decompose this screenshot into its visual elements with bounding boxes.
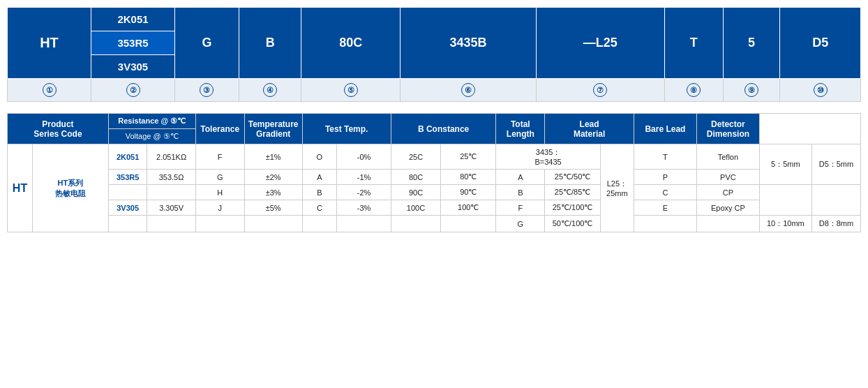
detector-d8-b: D8：8mm [811, 216, 860, 232]
header-detector-dimension: Detector Dimension [696, 114, 759, 144]
series-code-1: 2K051 [91, 8, 174, 31]
b-code-f: F [496, 200, 545, 216]
detector-d5: D5：5mm [811, 144, 860, 185]
lead-code-e: E [634, 200, 696, 216]
header-product-series-code: Product Series Code [8, 114, 109, 144]
table-row: H ±3% B -2% 90C 90℃ B 25℃/85℃ C CP [8, 185, 861, 200]
b-val-a: 25℃/50℃ [545, 170, 600, 185]
bare-lead-10mm [759, 185, 811, 216]
tg-val-0: -0% [337, 144, 391, 170]
code-row5 [108, 216, 147, 232]
ht-row-label: HT [8, 144, 33, 232]
header-b-constance: B Constance [391, 114, 495, 144]
num-6: ⑥ [401, 79, 537, 102]
code-2k051: 2K051 [108, 144, 147, 170]
b-code-a: A [496, 170, 545, 185]
num-1: ① [8, 79, 91, 102]
num-9: ⑨ [723, 79, 779, 102]
b-val-3435: 3435：B=3435 [496, 144, 600, 170]
b-val-f: 25℃/100℃ [545, 200, 600, 216]
lead-code-c: C [634, 185, 696, 200]
tol-val-3: ±3% [244, 185, 302, 200]
tol-code-f: F [195, 144, 244, 170]
col-d5: D5 [780, 8, 861, 79]
tol-val-row5 [244, 216, 302, 232]
resist-3v305: 3.305V [147, 200, 195, 216]
tol-val-5: ±5% [244, 200, 302, 216]
tt-code-row5 [391, 216, 440, 232]
tt-val-25: 25℃ [441, 144, 496, 170]
tt-val-row5 [441, 216, 496, 232]
resist-2k051: 2.051KΩ [147, 144, 195, 170]
code-3v305: 3V305 [108, 200, 147, 216]
tt-val-100: 100℃ [441, 200, 496, 216]
detector-d8 [811, 185, 860, 216]
header-tolerance: Tolerance [195, 114, 244, 144]
code-blank [108, 185, 147, 200]
lead-val-row5 [696, 216, 759, 232]
header-resistance: Resistance @ ⑤℃ [108, 114, 195, 129]
tg-code-row5 [302, 216, 337, 232]
col-5: 5 [723, 8, 779, 79]
resist-row5 [147, 216, 195, 232]
num-5: ⑤ [301, 79, 401, 102]
tt-code-100c: 100C [391, 200, 440, 216]
num-2: ② [91, 79, 175, 102]
col-l25: —L25 [536, 8, 664, 79]
col-t: T [664, 8, 723, 79]
b-code-g: G [496, 216, 545, 232]
series-label: HT系列热敏电阻 [33, 144, 109, 232]
b-val-g: 50℃/100℃ [545, 216, 600, 232]
num-10: ⑩ [780, 79, 861, 102]
tt-code-80c: 80C [391, 170, 440, 185]
tg-val-row5 [337, 216, 391, 232]
b-val-b: 25℃/85℃ [545, 185, 600, 200]
tg-val-3: -3% [337, 200, 391, 216]
table-row: 353R5 353.5Ω G ±2% A -1% 80C 80℃ A 25℃/5… [8, 170, 861, 185]
lead-code-p: P [634, 170, 696, 185]
bare-lead-10mm-b: 10：10mm [759, 216, 811, 232]
header-bare-lead: Bare Lead [634, 114, 696, 144]
header-voltage: Voltage @ ⑤℃ [108, 129, 195, 144]
resist-blank [147, 185, 195, 200]
tt-code-90c: 90C [391, 185, 440, 200]
lead-val-pvc: PVC [696, 170, 759, 185]
tg-code-b: B [302, 185, 337, 200]
b-code-b: B [496, 185, 545, 200]
tt-code-25c: 25C [391, 144, 440, 170]
bare-lead-5mm: 5：5mm [759, 144, 811, 185]
header-temperature-gradient: Temperature Gradient [244, 114, 302, 144]
table-row: HT HT系列热敏电阻 2K051 2.051KΩ F ±1% O -0% 25… [8, 144, 861, 170]
num-3: ③ [175, 79, 239, 102]
lead-val-teflon: Teflon [696, 144, 759, 170]
header-total-length: Total Length [496, 114, 545, 144]
table-row: 3V305 3.305V J ±5% C -3% 100C 100℃ F 25℃… [8, 200, 861, 216]
lead-val-epoxy: Epoxy CP [696, 200, 759, 216]
tg-val-2: -2% [337, 185, 391, 200]
lead-code-row5 [634, 216, 696, 232]
tt-val-80: 80℃ [441, 170, 496, 185]
series-code-2: 353R5 [91, 31, 174, 55]
header-lead-material: Lead Material [545, 114, 634, 144]
tg-code-c: C [302, 200, 337, 216]
series-code-3: 3V305 [91, 55, 174, 78]
col-g: G [175, 8, 239, 79]
tol-code-h: H [195, 185, 244, 200]
lead-val-cp: CP [696, 185, 759, 200]
series-codes-cell: 2K051 353R5 3V305 [91, 8, 175, 79]
tol-code-j: J [195, 200, 244, 216]
resist-353r5: 353.5Ω [147, 170, 195, 185]
tg-val-1: -1% [337, 170, 391, 185]
code-353r5: 353R5 [108, 170, 147, 185]
tol-val-1: ±1% [244, 144, 302, 170]
tg-code-a: A [302, 170, 337, 185]
num-7: ⑦ [536, 79, 664, 102]
tol-val-2: ±2% [244, 170, 302, 185]
tg-code-o: O [302, 144, 337, 170]
tt-val-90: 90℃ [441, 185, 496, 200]
col-80c: 80C [301, 8, 401, 79]
tol-code-g: G [195, 170, 244, 185]
header-test-temp: Test Temp. [302, 114, 391, 144]
lead-code-t: T [634, 144, 696, 170]
num-8: ⑧ [664, 79, 723, 102]
